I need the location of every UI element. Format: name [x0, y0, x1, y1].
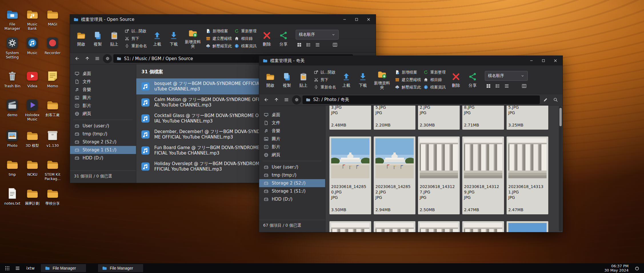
extract-here-button[interactable]: 解壓縮至此: [394, 84, 420, 90]
copy-button[interactable]: 複製: [91, 29, 105, 48]
view-compact-button[interactable]: [315, 42, 320, 48]
search-button[interactable]: [551, 96, 560, 104]
file-info-button[interactable]: 檔案資訊: [423, 84, 447, 90]
photo-cell[interactable]: 3.JPGJPG2.48MB: [329, 106, 371, 130]
photo-cell[interactable]: 20230618_142850.JPGJPG3.50MB: [329, 136, 371, 214]
view-grid-button[interactable]: [297, 42, 302, 48]
edit-path-button[interactable]: [541, 96, 550, 104]
sort-order-dropdown[interactable]: 檔名順序: [296, 30, 339, 39]
desktop-icon-notes-txt[interactable]: notes.txt: [3, 187, 22, 205]
desktop-icon-holodex-music[interactable]: Holodex Music: [23, 98, 42, 121]
back-button[interactable]: [73, 54, 81, 63]
rename-button[interactable]: 重新命名: [313, 84, 337, 90]
desktop-icon-tmp[interactable]: tmp: [3, 158, 22, 177]
upload-button[interactable]: 上載: [150, 29, 164, 48]
photo-cell[interactable]: 20230618_142852.JPGJPG2.94MB: [374, 136, 415, 214]
copy-button[interactable]: 複製: [280, 71, 294, 89]
open-button[interactable]: 開啟: [263, 71, 277, 89]
desktop-icon-demo[interactable]: demo: [3, 98, 22, 117]
create-archive-button[interactable]: 建立壓縮檔: [394, 77, 420, 83]
sidebar-item-video[interactable]: 影片: [70, 102, 136, 110]
power-button[interactable]: [633, 264, 641, 272]
titlebar[interactable]: 檔案管理員 - 奇美: [259, 56, 563, 66]
taskbar-task-file-manager[interactable]: File Manager: [41, 264, 86, 272]
maximize-button[interactable]: [351, 15, 363, 24]
new-folder-button[interactable]: 新增資料夾: [183, 27, 203, 50]
root-button[interactable]: 根目錄: [423, 77, 447, 83]
open-with-button[interactable]: 以...開啟: [124, 28, 148, 34]
open-button[interactable]: 開啟: [74, 29, 88, 48]
sidebar-item-desktop[interactable]: 桌面: [259, 111, 325, 119]
view-list-button[interactable]: [495, 83, 500, 89]
photo-cell[interactable]: 5.JPGJPG2.20MB: [374, 106, 415, 130]
sidebar-item-drive-storage-1-s1[interactable]: Storage 1 (S1:/): [70, 146, 136, 154]
desktop-icon-item-11[interactable]: 創客工廠: [43, 98, 62, 117]
settings-button[interactable]: [292, 95, 301, 104]
download-button[interactable]: 下載: [356, 71, 370, 89]
input-method-indicator[interactable]: ixtw: [26, 266, 35, 270]
desktop-icon-recorder[interactable]: Recorder: [43, 36, 62, 55]
photo-cell[interactable]: [329, 221, 371, 232]
settings-button[interactable]: [103, 54, 112, 63]
view-columns-button[interactable]: [521, 83, 527, 89]
new-file-button[interactable]: 新增檔案: [394, 69, 420, 75]
maximize-button[interactable]: [537, 56, 549, 66]
view-compact-button[interactable]: [504, 83, 509, 89]
photo-cell[interactable]: 20230618_143129.JPGJPG2.47MB: [462, 136, 504, 214]
root-button[interactable]: 根目錄: [233, 35, 257, 41]
menu-button[interactable]: [282, 96, 291, 104]
cut-button[interactable]: 剪下: [313, 77, 337, 83]
desktop-icon-music-bank[interactable]: Music Bank: [23, 8, 42, 31]
desktop-icon-item-20[interactable]: 學校分享: [43, 187, 62, 205]
sort-order-dropdown[interactable]: 檔名順序: [485, 71, 528, 81]
titlebar[interactable]: 檔案管理員 - Open Source: [70, 15, 376, 24]
sidebar-item-drive-user-user[interactable]: User (user:/): [259, 163, 325, 171]
sidebar-item-drive-tmp-tmp[interactable]: tmp (tmp:/): [259, 171, 325, 179]
desktop-icon-memo[interactable]: Memo: [43, 70, 62, 88]
desktop-icon-file-manager[interactable]: File Manager: [3, 8, 22, 31]
sidebar-item-video[interactable]: 影片: [259, 143, 325, 151]
close-button[interactable]: [549, 56, 561, 66]
photo-cell[interactable]: 20230618_143131.JPGJPG2.47MB: [507, 136, 548, 214]
photo-cell[interactable]: [418, 221, 460, 232]
create-archive-button[interactable]: 建立壓縮檔: [205, 35, 231, 41]
desktop-icon-photo[interactable]: Photo: [3, 129, 22, 148]
photo-cell[interactable]: [462, 221, 504, 232]
refresh-button[interactable]: 重新整理: [423, 69, 447, 75]
refresh-button[interactable]: 重新整理: [233, 28, 257, 34]
scrollbar[interactable]: [559, 106, 562, 232]
sidebar-item-desktop[interactable]: 桌面: [70, 70, 136, 78]
sidebar-item-picture[interactable]: 圖片: [70, 94, 136, 102]
new-file-button[interactable]: 新增檔案: [205, 28, 231, 34]
photo-cell[interactable]: 2.JPGJPG2.30MB: [418, 106, 460, 130]
minimize-button[interactable]: [525, 56, 537, 66]
taskbar-task-file-manager[interactable]: File Manager: [98, 264, 143, 272]
desktop-icon-3d[interactable]: 3D 模型: [23, 129, 42, 148]
desktop-icon-trash-bin[interactable]: Trash Bin: [3, 70, 22, 88]
sidebar-item-drive-storage-1-s1[interactable]: Storage 1 (S1:/): [259, 187, 325, 195]
sidebar-item-drive-storage-2-s2[interactable]: Storage 2 (S2:/): [259, 179, 325, 187]
up-button[interactable]: [272, 96, 281, 104]
sidebar-item-music[interactable]: 音樂: [70, 86, 136, 94]
sidebar-item-document[interactable]: 文件: [259, 119, 325, 127]
photo-cell[interactable]: 8.JPGJPG2.71MB: [462, 106, 504, 130]
share-button[interactable]: 分享: [465, 71, 480, 89]
desktop-icon-item-19[interactable]: 圓夢計劃: [23, 187, 42, 205]
sidebar-item-drive-user-user[interactable]: User (user:/): [70, 122, 136, 130]
menu-button[interactable]: [93, 54, 101, 63]
rename-button[interactable]: 重新命名: [124, 43, 148, 49]
desktop-icon-stem-kit-packag[interactable]: STEM Kit Packag...: [43, 158, 62, 181]
start-button[interactable]: [3, 264, 11, 272]
sidebar-item-document[interactable]: 文件: [70, 78, 136, 86]
sidebar-item-picture[interactable]: 圖片: [259, 135, 325, 143]
sidebar-item-drive-hdd-d[interactable]: HDD (D:/): [259, 195, 325, 203]
desktop-icon-magi[interactable]: MAGI: [43, 8, 62, 26]
delete-button[interactable]: 刪除: [260, 29, 274, 48]
view-grid-button[interactable]: [486, 83, 491, 89]
delete-button[interactable]: 刪除: [449, 71, 463, 89]
download-button[interactable]: 下載: [167, 29, 181, 48]
paste-button[interactable]: 貼上: [107, 29, 121, 48]
photo-cell[interactable]: 5.JPGJPG3.25MB: [507, 106, 548, 130]
desktop-icon-music[interactable]: Music: [23, 36, 42, 55]
close-button[interactable]: [363, 15, 375, 24]
